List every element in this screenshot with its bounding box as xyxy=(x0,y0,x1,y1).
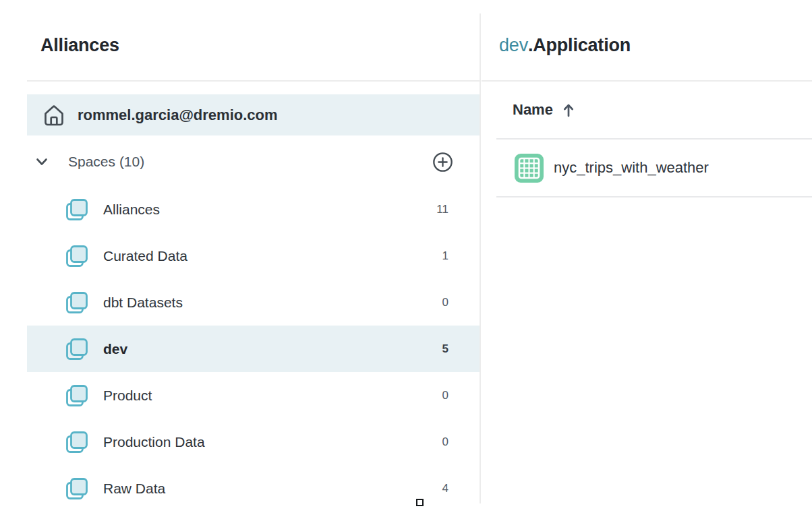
space-item-label: Production Data xyxy=(103,434,428,450)
column-header-label: Name xyxy=(513,101,553,119)
plus-circle-icon xyxy=(432,152,453,173)
breadcrumb-current: .Application xyxy=(528,35,631,55)
dataset-name: nyc_trips_with_weather xyxy=(554,159,709,177)
sidebar-item-alliances[interactable]: Alliances 11 xyxy=(27,186,480,233)
space-icon xyxy=(63,243,90,270)
sidebar-item-raw-data[interactable]: Raw Data 4 xyxy=(27,465,480,512)
panel-divider xyxy=(480,13,481,503)
add-space-button[interactable] xyxy=(432,152,453,173)
arrow-up-icon xyxy=(562,102,575,118)
sidebar-item-dbt-datasets[interactable]: dbt Datasets 0 xyxy=(27,279,480,326)
breadcrumb: dev.Application xyxy=(482,0,812,57)
page-title: Alliances xyxy=(0,0,480,57)
space-item-count: 1 xyxy=(428,249,448,263)
table-icon xyxy=(514,153,544,183)
table-row[interactable]: nyc_trips_with_weather xyxy=(482,140,812,196)
space-icon xyxy=(63,196,90,223)
sidebar-item-product[interactable]: Product 0 xyxy=(27,372,480,419)
divider xyxy=(496,196,812,197)
dataset-list-panel: dev.Application Name nyc_trips_with_weat… xyxy=(482,0,812,519)
chevron-down-icon[interactable] xyxy=(34,154,50,170)
space-item-count: 0 xyxy=(428,389,448,402)
space-item-label: Curated Data xyxy=(103,248,428,264)
divider xyxy=(27,80,480,82)
spaces-section-label: Spaces (10) xyxy=(68,154,432,170)
space-item-label: Alliances xyxy=(103,202,428,218)
space-icon xyxy=(63,336,90,363)
sidebar-item-curated-data[interactable]: Curated Data 1 xyxy=(27,233,480,279)
space-item-label: Product xyxy=(103,388,428,404)
column-header-name[interactable]: Name xyxy=(482,82,812,138)
space-icon xyxy=(63,429,90,456)
space-item-count: 11 xyxy=(428,203,448,216)
sidebar-item-home[interactable]: rommel.garcia@dremio.com xyxy=(27,94,480,135)
space-item-count: 0 xyxy=(428,296,448,309)
space-icon xyxy=(63,382,90,409)
sidebar-item-dev[interactable]: dev 5 xyxy=(27,326,480,372)
catalog-sidebar: Alliances rommel.garcia@dremio.com Space… xyxy=(0,0,480,519)
sidebar-item-production-data[interactable]: Production Data 0 xyxy=(27,419,480,465)
breadcrumb-space-link[interactable]: dev xyxy=(499,35,528,55)
space-item-label: Raw Data xyxy=(103,481,428,497)
space-item-label: dev xyxy=(103,341,428,357)
space-item-label: dbt Datasets xyxy=(103,295,428,311)
sidebar-item-home-label: rommel.garcia@dremio.com xyxy=(78,106,278,124)
space-item-count: 0 xyxy=(428,435,448,449)
home-icon xyxy=(40,102,67,129)
space-item-count: 4 xyxy=(428,482,448,495)
space-icon xyxy=(63,289,90,316)
spaces-list: Alliances 11 Curated Data 1 dbt Datasets… xyxy=(0,186,480,512)
space-item-count: 5 xyxy=(428,342,448,356)
space-icon xyxy=(63,475,90,502)
sidebar-section-spaces[interactable]: Spaces (10) xyxy=(27,142,480,182)
artifact-square xyxy=(416,499,424,506)
